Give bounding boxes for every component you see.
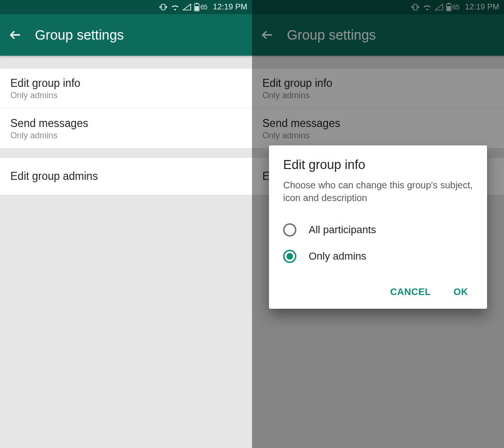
row-value: Only admins (10, 91, 242, 101)
dialog-description: Choose who can change this group's subje… (283, 179, 473, 204)
svg-rect-0 (161, 4, 165, 10)
page-title: Group settings (35, 27, 124, 43)
row-label: Send messages (10, 117, 242, 130)
vibrate-icon (159, 3, 168, 11)
arrow-left-icon (8, 28, 22, 42)
battery-icon (194, 3, 200, 11)
clock: 12:19 PM (213, 2, 247, 12)
battery-indicator: 65 (194, 3, 208, 11)
settings-group-admins: Edit group admins (0, 157, 252, 195)
row-value: Only admins (10, 131, 242, 141)
dialog-edit-group-info: Edit group info Choose who can change th… (269, 145, 487, 309)
wifi-icon (170, 3, 180, 11)
option-label: All participants (309, 224, 376, 236)
row-edit-group-info[interactable]: Edit group info Only admins (0, 68, 252, 109)
signal-icon (183, 3, 191, 11)
option-label: Only admins (309, 250, 366, 262)
settings-content: Edit group info Only admins Send message… (0, 68, 252, 195)
dialog-title: Edit group info (283, 158, 473, 172)
ok-button[interactable]: OK (452, 282, 470, 302)
phone-left: 65 12:19 PM Group settings Edit group in… (0, 0, 252, 448)
option-all-participants[interactable]: All participants (283, 217, 473, 243)
row-label: Edit group admins (10, 170, 242, 183)
option-only-admins[interactable]: Only admins (283, 243, 473, 270)
svg-rect-2 (196, 3, 198, 4)
status-bar: 65 12:19 PM (0, 0, 252, 14)
dialog-actions: CANCEL OK (283, 282, 473, 302)
row-edit-group-admins[interactable]: Edit group admins (0, 158, 252, 195)
app-bar: Group settings (0, 14, 252, 56)
radio-icon (283, 223, 296, 237)
row-label: Edit group info (10, 77, 242, 90)
battery-percent: 65 (201, 3, 208, 11)
radio-icon (283, 250, 296, 263)
cancel-button[interactable]: CANCEL (388, 282, 433, 302)
svg-rect-3 (195, 6, 199, 10)
settings-group-main: Edit group info Only admins Send message… (0, 68, 252, 149)
phone-right: 65 12:19 PM Group settings Edit group in… (252, 0, 504, 448)
row-send-messages[interactable]: Send messages Only admins (0, 109, 252, 148)
back-button[interactable] (8, 28, 22, 42)
